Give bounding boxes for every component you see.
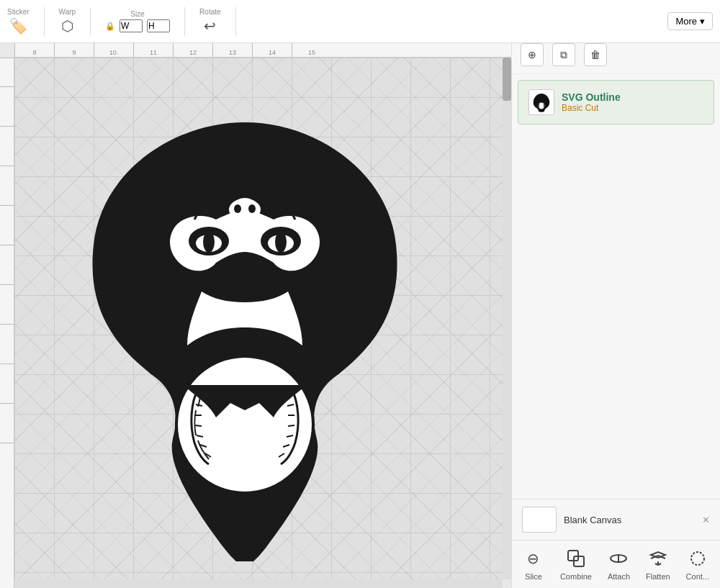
warp-tool[interactable]: Warp ⬡	[59, 8, 76, 35]
rotate-tool[interactable]: Rotate ↩	[199, 8, 220, 35]
scrollbar-thumb[interactable]	[503, 58, 511, 101]
size-h-input[interactable]	[147, 19, 170, 32]
rotate-label: Rotate	[199, 8, 220, 16]
blank-canvas-close[interactable]: ✕	[702, 515, 710, 525]
contour-icon	[687, 548, 708, 569]
slice-tool[interactable]: ⊖ Slice	[523, 548, 544, 581]
contour-label: Cont...	[686, 572, 709, 581]
combine-icon	[565, 548, 587, 569]
ruler-tick-12: 12	[173, 43, 212, 58]
size-w-input[interactable]	[120, 19, 143, 32]
ruler-top: 8 9 10. 11 12 13 14 15	[14, 43, 511, 58]
ruler-tick-11: 11	[133, 43, 173, 58]
snake-baseball-image[interactable]	[58, 101, 432, 561]
svg-line-13	[195, 425, 202, 426]
add-layer-button[interactable]: ⊕	[521, 43, 544, 66]
combine-tool[interactable]: Combine	[560, 548, 592, 581]
svg-line-20	[288, 425, 294, 426]
ruler-tick-10: 10.	[94, 43, 133, 58]
more-button[interactable]: More ▾	[667, 12, 713, 30]
svg-point-32	[691, 552, 704, 565]
warp-label: Warp	[59, 8, 76, 16]
flatten-tool[interactable]: Flatten	[646, 548, 670, 581]
attach-icon	[608, 548, 629, 569]
slice-label: Slice	[525, 572, 542, 581]
canvas-content[interactable]	[14, 58, 503, 579]
contour-tool[interactable]: Cont...	[686, 548, 709, 581]
ruler-tick-9: 9	[54, 43, 94, 58]
combine-label: Combine	[560, 572, 592, 581]
svg-point-6	[234, 204, 241, 213]
layer-subtext: Basic Cut	[562, 103, 621, 113]
toolbar-separator-2	[90, 7, 91, 36]
right-panel: Layers Color Sync ✕ ⊕ ⧉ 🗑 SVG Outline Ba…	[511, 0, 720, 588]
blank-canvas-thumbnail	[522, 507, 557, 533]
toolbar-separator-1	[44, 7, 45, 36]
canvas-area[interactable]: 8 9 10. 11 12 13 14 15	[0, 43, 511, 588]
more-label: More	[675, 16, 697, 27]
svg-point-4	[203, 231, 215, 253]
layer-item[interactable]: SVG Outline Basic Cut	[518, 80, 714, 125]
scrollbar-horizontal[interactable]	[14, 579, 503, 588]
toolbar: Sticker 🏷️ Warp ⬡ Size 🔒 Rotate ↩ More ▾	[0, 0, 720, 43]
blank-canvas-label: Blank Canvas	[564, 515, 621, 525]
ruler-tick-8: 8	[14, 43, 54, 58]
size-label: Size	[130, 10, 144, 18]
ruler-tick-14: 14	[252, 43, 292, 58]
panel-bottom-toolbar: ⊖ Slice Combine Attach	[512, 540, 720, 588]
svg-point-5	[275, 231, 287, 253]
attach-tool[interactable]: Attach	[608, 548, 630, 581]
sticker-label: Sticker	[7, 8, 30, 16]
sticker-tool[interactable]: Sticker 🏷️	[7, 8, 30, 35]
toolbar-separator-3	[184, 7, 185, 36]
blank-canvas-item[interactable]: Blank Canvas ✕	[522, 507, 710, 533]
size-tool: Size 🔒	[105, 10, 170, 32]
svg-point-7	[248, 204, 256, 213]
slice-icon: ⊖	[523, 548, 544, 569]
delete-layer-button[interactable]: 🗑	[584, 43, 607, 66]
blank-canvas-area: Blank Canvas ✕	[512, 499, 720, 540]
duplicate-layer-button[interactable]: ⧉	[552, 43, 575, 66]
flatten-label: Flatten	[646, 572, 670, 581]
ruler-tick-15: 15	[292, 43, 331, 58]
toolbar-separator-4	[235, 7, 236, 36]
ruler-left	[0, 58, 14, 588]
ruler-tick-13: 13	[212, 43, 252, 58]
attach-label: Attach	[608, 572, 630, 581]
scrollbar-vertical[interactable]	[503, 58, 511, 579]
canvas-grid	[14, 58, 503, 579]
layer-info: SVG Outline Basic Cut	[562, 91, 621, 113]
layer-thumbnail	[528, 89, 554, 115]
layer-name: SVG Outline	[562, 91, 621, 103]
more-dropdown-icon: ▾	[700, 16, 705, 27]
flatten-icon	[647, 548, 669, 569]
